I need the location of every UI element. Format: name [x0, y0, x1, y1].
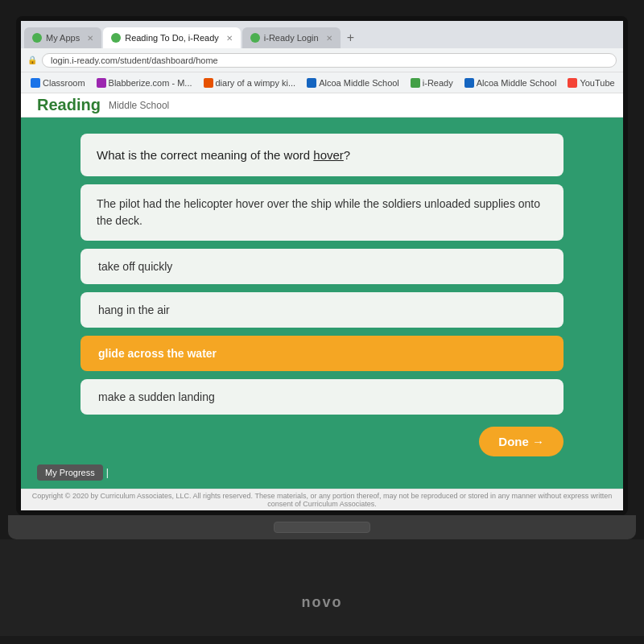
bookmark-label-iready1: i-Ready	[423, 78, 453, 88]
bookmark-label-wimpy: diary of a wimpy ki...	[216, 78, 296, 88]
tab-close-login[interactable]: ✕	[326, 34, 332, 43]
done-button[interactable]: Done →	[479, 427, 564, 456]
answer-text-1: take off quickly	[98, 260, 172, 273]
tab-my-apps[interactable]: My Apps ✕	[24, 27, 101, 48]
bookmark-blabberize[interactable]: Blabberize.com - M...	[93, 77, 196, 89]
my-progress-section: My Progress |	[37, 464, 109, 481]
context-word: hover	[236, 197, 264, 210]
tab-iready-login[interactable]: i-Ready Login ✕	[242, 27, 341, 48]
laptop-brand: novo	[302, 594, 343, 611]
my-progress-button[interactable]: My Progress	[37, 464, 103, 481]
question-word: hover	[313, 148, 344, 162]
laptop-body	[8, 515, 636, 539]
quiz-container: What is the correct meaning of the word …	[80, 134, 564, 456]
address-bar: 🔒 login.i-ready.com/student/dashboard/ho…	[21, 48, 623, 72]
tab-icon-my-apps	[32, 33, 42, 43]
bookmark-iready1[interactable]: i-Ready	[407, 77, 456, 89]
reading-title: Reading	[37, 96, 101, 114]
bookmark-icon-classroom	[31, 78, 40, 88]
new-tab-button[interactable]: +	[342, 27, 359, 48]
url-bar[interactable]: login.i-ready.com/student/dashboard/home	[42, 53, 617, 68]
laptop-bottom: novo	[0, 539, 644, 636]
bookmark-wimpy[interactable]: diary of a wimpy ki...	[200, 77, 299, 89]
browser-tabs: My Apps ✕ Reading To Do, i-Ready ✕ i-Rea…	[21, 21, 623, 48]
bookmark-label-blabberize: Blabberize.com - M...	[109, 78, 192, 88]
bookmark-classroom[interactable]: Classroom	[27, 77, 89, 89]
bookmark-icon-iready1	[411, 78, 420, 88]
answer-text-4: make a sudden landing	[98, 390, 215, 403]
laptop-outer: My Apps ✕ Reading To Do, i-Ready ✕ i-Rea…	[0, 0, 644, 644]
tab-label-my-apps: My Apps	[46, 33, 80, 43]
my-progress-separator: |	[106, 467, 109, 478]
bookmark-icon-alcoa2	[464, 78, 474, 88]
url-text: login.i-ready.com/student/dashboard/home	[51, 56, 218, 65]
bookmark-alcoa2[interactable]: Alcoa Middle School	[461, 77, 560, 89]
question-box: What is the correct meaning of the word …	[80, 134, 564, 176]
touchpad[interactable]	[274, 522, 370, 533]
bookmark-label-classroom: Classroom	[43, 78, 85, 88]
answer-option-3[interactable]: glide across the water	[80, 336, 564, 371]
screen-bezel: My Apps ✕ Reading To Do, i-Ready ✕ i-Rea…	[16, 16, 628, 515]
tab-reading-todo[interactable]: Reading To Do, i-Ready ✕	[103, 27, 241, 48]
laptop-screen: My Apps ✕ Reading To Do, i-Ready ✕ i-Rea…	[21, 21, 623, 510]
done-label: Done →	[498, 435, 544, 448]
answer-text-2: hang in the air	[98, 303, 170, 316]
tab-label-login: i-Ready Login	[264, 33, 319, 43]
bookmark-icon-blabberize	[97, 78, 106, 88]
answer-option-2[interactable]: hang in the air	[80, 292, 564, 328]
reading-subtitle: Middle School	[109, 100, 169, 111]
bookmark-alcoa1[interactable]: Alcoa Middle School	[303, 77, 402, 89]
bookmark-label-alcoa1: Alcoa Middle School	[319, 78, 399, 88]
my-progress-label: My Progress	[45, 468, 95, 477]
reading-header: Reading Middle School	[21, 93, 623, 118]
done-btn-row: Done →	[80, 427, 564, 456]
question-text-post: ?	[344, 148, 350, 162]
tab-close-reading[interactable]: ✕	[226, 34, 233, 43]
tab-label-reading: Reading To Do, i-Ready	[125, 33, 219, 43]
answer-option-1[interactable]: take off quickly	[80, 249, 564, 284]
bookmark-label-youtube1: YouTube	[580, 78, 614, 88]
bookmark-icon-alcoa1	[307, 78, 316, 88]
tab-icon-reading	[111, 33, 121, 43]
bookmark-label-alcoa2: Alcoa Middle School	[477, 78, 557, 88]
copyright-bar: Copyright © 2020 by Curriculum Associate…	[21, 489, 623, 510]
answer-text-3: glide across the water	[98, 347, 217, 360]
context-pre: The pilot had the helicopter	[97, 197, 236, 210]
copyright-text: Copyright © 2020 by Curriculum Associate…	[32, 492, 612, 508]
lock-icon: 🔒	[27, 56, 37, 64]
bookmark-youtube1[interactable]: YouTube	[564, 77, 617, 89]
context-box: The pilot had the helicopter hover over …	[80, 184, 564, 241]
answer-option-4[interactable]: make a sudden landing	[80, 379, 564, 415]
question-text-pre: What is the correct meaning of the word	[97, 148, 313, 162]
main-content: What is the correct meaning of the word …	[21, 118, 623, 489]
bookmark-icon-wimpy	[204, 78, 213, 88]
tab-close-my-apps[interactable]: ✕	[87, 34, 93, 43]
bookmarks-bar: Classroom Blabberize.com - M... diary of…	[21, 72, 623, 93]
bookmark-icon-youtube1	[568, 78, 577, 88]
tab-icon-login	[250, 33, 260, 43]
